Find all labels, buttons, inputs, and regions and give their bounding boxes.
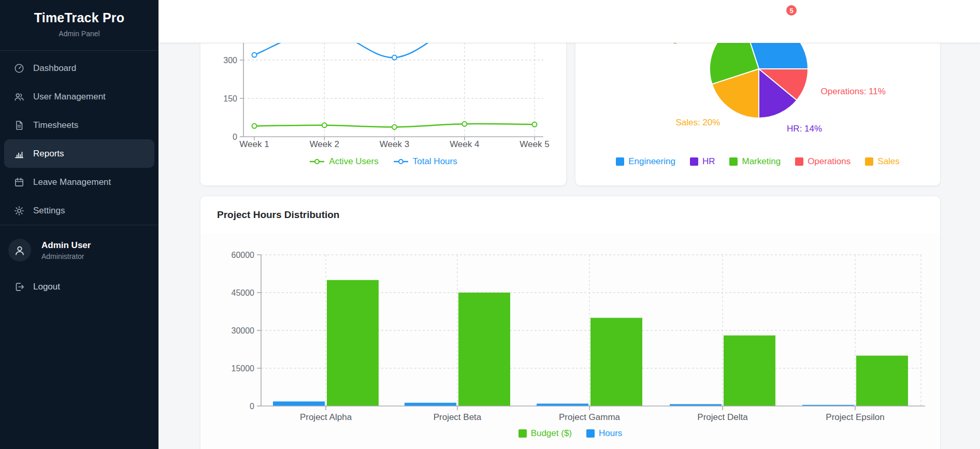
svg-text:Sales: 20%: Sales: 20% [675, 118, 720, 127]
sidebar-item-label: Timesheets [33, 120, 78, 131]
document-icon [13, 120, 25, 131]
svg-text:45000: 45000 [232, 288, 255, 297]
legend-item-sales[interactable]: Sales [865, 156, 900, 167]
legend-item-hr[interactable]: HR [690, 156, 715, 167]
logout-label: Logout [33, 282, 60, 292]
person-icon [13, 243, 26, 257]
svg-text:150: 150 [223, 94, 237, 103]
sidebar-item-label: Reports [33, 149, 64, 159]
sidebar-avatar [8, 239, 31, 262]
sidebar-user-name: Admin User [41, 240, 91, 251]
sidebar-item-label: User Management [33, 92, 106, 102]
legend-item-active-users[interactable]: Active Users [309, 156, 378, 167]
logout-button[interactable]: Logout [0, 274, 158, 300]
brand-block: TimeTrack Pro Admin Panel [0, 0, 158, 51]
sidebar-item-leave-management[interactable]: Leave Management [0, 168, 158, 196]
legend-item-engineering[interactable]: Engineering [616, 156, 675, 167]
svg-text:15000: 15000 [232, 364, 255, 373]
legend-item-budget[interactable]: Budget ($) [518, 428, 572, 439]
legend-item-operations[interactable]: Operations [795, 156, 851, 167]
svg-text:Project Alpha: Project Alpha [300, 412, 352, 422]
svg-text:Week 1: Week 1 [239, 139, 269, 149]
sidebar-user-role: Administrator [41, 252, 91, 260]
svg-text:Week 5: Week 5 [520, 139, 549, 149]
weekly-activity-card: 0150300Week 1Week 2Week 3Week 4Week 5 Ac… [200, 42, 567, 186]
bar-chart-body: 015000300004500060000Project AlphaProjec… [200, 234, 940, 449]
notification-badge: 5 [786, 5, 797, 16]
sidebar-user-block: Admin User Administrator [0, 225, 158, 262]
sidebar-item-settings[interactable]: Settings [0, 196, 158, 225]
sidebar-nav: DashboardUser ManagementTimesheetsReport… [0, 51, 158, 225]
bar-chart-legend: Budget ($)Hours [200, 428, 940, 439]
svg-text:HR: 14%: HR: 14% [787, 124, 822, 134]
svg-text:0: 0 [250, 402, 254, 411]
bar-chart-icon [13, 148, 25, 160]
topbar [158, 0, 980, 43]
project-hours-bar-chart[interactable]: 015000300004500060000Project AlphaProjec… [200, 234, 940, 449]
app-subtitle: Admin Panel [5, 30, 153, 38]
svg-text:30000: 30000 [232, 326, 255, 335]
svg-text:Week 2: Week 2 [310, 139, 339, 149]
svg-text:Operations: 11%: Operations: 11% [821, 86, 886, 96]
legend-item-marketing[interactable]: Marketing [729, 156, 781, 167]
svg-text:0: 0 [233, 133, 237, 141]
sidebar: TimeTrack Pro Admin Panel DashboardUser … [0, 0, 158, 449]
sidebar-item-dashboard[interactable]: Dashboard [0, 54, 158, 82]
line-chart-legend: Active UsersTotal Hours [200, 156, 566, 167]
svg-text:Project Delta: Project Delta [697, 412, 748, 422]
dashboard-icon [13, 63, 25, 74]
svg-text:300: 300 [223, 56, 237, 65]
app-title: TimeTrack Pro [5, 10, 153, 25]
users-icon [13, 91, 25, 103]
gear-icon [13, 205, 25, 216]
sidebar-item-label: Leave Management [33, 177, 111, 187]
legend-item-total-hours[interactable]: Total Hours [393, 156, 457, 167]
logout-icon [13, 281, 25, 293]
project-hours-card: Project Hours Distribution 0150003000045… [200, 196, 941, 449]
svg-text:60000: 60000 [232, 251, 255, 259]
svg-text:Week 3: Week 3 [380, 139, 409, 149]
svg-text:Week 4: Week 4 [450, 139, 479, 149]
sidebar-item-timesheets[interactable]: Timesheets [0, 111, 158, 139]
svg-text:Project Epsilon: Project Epsilon [826, 412, 884, 422]
sidebar-item-label: Dashboard [33, 63, 76, 74]
sidebar-item-user-management[interactable]: User Management [0, 82, 158, 111]
calendar-icon [13, 177, 25, 188]
legend-item-hours[interactable]: Hours [586, 428, 622, 439]
sidebar-item-reports[interactable]: Reports [4, 139, 154, 168]
svg-text:Project Gamma: Project Gamma [559, 412, 621, 422]
pie-chart-legend: EngineeringHRMarketingOperationsSales [575, 156, 940, 167]
card-title: Project Hours Distribution [200, 196, 940, 234]
sidebar-item-label: Settings [33, 206, 65, 216]
svg-text:Project Beta: Project Beta [434, 412, 482, 422]
department-distribution-card: Engineering: 30%Operations: 11%HR: 14%Sa… [575, 42, 941, 186]
